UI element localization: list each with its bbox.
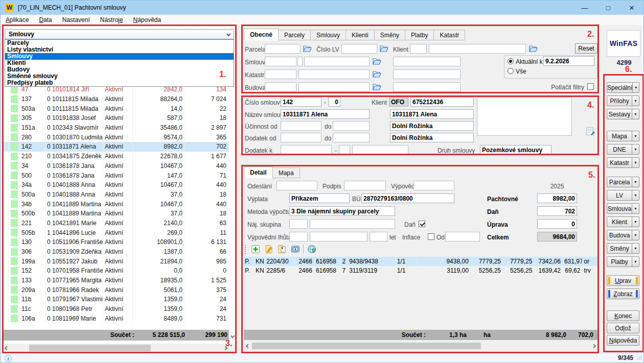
vse-radio[interactable] (508, 68, 514, 74)
sidebar-dropdown-button[interactable]: Smlouva ▼ (607, 203, 639, 214)
filter-tab[interactable]: Směny (374, 30, 405, 40)
dodatek-k-name-input[interactable] (352, 145, 408, 155)
chevron-down-icon[interactable]: ▼ (632, 257, 639, 267)
edit-note-icon[interactable] (586, 127, 595, 138)
smlouva-filter-input[interactable] (265, 57, 296, 66)
misto-input-1[interactable]: Dolní Rožínka (390, 121, 474, 131)
filter-tab[interactable]: Platby (405, 30, 434, 40)
chevron-down-icon[interactable]: ▼ (632, 144, 639, 154)
table-row[interactable]: 503a 0 10111815 Milada Aktivní 14,0 22 (3, 104, 229, 113)
table-row[interactable]: 137 0 10111815 Milada Aktivní 88264,0 7 … (3, 94, 229, 104)
misto-input-2[interactable]: Dolní Rožínka (390, 133, 474, 142)
dodatek-k-input[interactable] (281, 145, 332, 155)
minimize-button[interactable]: — (573, 1, 596, 15)
table-row[interactable]: 11b 0 10791967 Vlastimil Aktivní 1359,0 … (3, 295, 229, 304)
sidebar-dropdown-button[interactable]: Mapa ▼ (607, 131, 639, 141)
chevron-down-icon[interactable]: ▼ (632, 158, 639, 167)
dropdown-option[interactable]: Budovy (5, 66, 234, 73)
konec-button[interactable]: Konec (607, 310, 639, 321)
vyplata-input[interactable]: Příkazem (289, 193, 350, 203)
parcel-row[interactable]: P.KN 2285/62466 6169587 3119/31191/1 311… (244, 266, 597, 275)
open-folder-icon[interactable] (529, 45, 538, 53)
view-parcel-icon[interactable] (290, 244, 301, 254)
klient-ico-input[interactable]: 675212436 (410, 97, 474, 107)
open-folder-icon[interactable] (373, 58, 381, 65)
vypovedni-lhuta-name-input[interactable] (310, 232, 367, 241)
klient-jmeno-input[interactable]: 10311871 Alena (390, 109, 474, 119)
chevron-down-icon[interactable]: ▼ (632, 190, 639, 200)
cislo-lv-filter-input[interactable] (341, 44, 377, 54)
dropdown-option[interactable]: Listy vlastnictví (5, 46, 234, 53)
ucinnost-od-input[interactable] (281, 121, 321, 131)
smlouva-extra-filter-input[interactable] (393, 57, 461, 66)
sidebar-dropdown-button[interactable]: DNE ▼ (607, 144, 639, 155)
parcela-filter-input[interactable] (265, 44, 301, 54)
vypoved-input[interactable] (413, 181, 454, 190)
budova-extra-filter-input[interactable] (393, 82, 461, 92)
klient-filter-input[interactable] (429, 44, 526, 54)
menu-napoveda[interactable]: Nápověda (128, 15, 166, 25)
table-row[interactable]: 500a 0 10401888 Anna Aktivní 37,0 18 (3, 190, 229, 200)
filter-tab[interactable]: Klienti (346, 30, 375, 40)
sidebar-dropdown-button[interactable]: Budova ▼ (607, 230, 639, 240)
dropdown-option[interactable]: Předpisy plateb (5, 80, 234, 86)
katastr-name-filter-input[interactable] (298, 69, 370, 79)
chevron-down-icon[interactable]: ▼ (632, 217, 639, 227)
table-row[interactable]: 34 0 10361878 Jana Aktivní 10467,0 440 (3, 161, 229, 171)
poradi-input[interactable]: 0 (328, 97, 340, 107)
podpis-input[interactable] (344, 181, 386, 190)
add-parcel-icon[interactable] (250, 244, 261, 254)
table-row[interactable]: 11c 0 10801968 Petr Aktivní 1359,0 24 (3, 304, 229, 314)
aktualni-k-radio[interactable] (508, 58, 514, 64)
parcel-row[interactable]: P.KN 2204/302466 6169582 9438/94381/1 94… (244, 257, 597, 266)
menu-aplikace[interactable]: Aplikace (1, 15, 34, 25)
toolbar-drag-handle[interactable] (245, 245, 247, 254)
budova-filter-input[interactable] (265, 82, 296, 92)
detail-tab[interactable]: Detail (244, 166, 273, 178)
inflace-od-input[interactable] (445, 232, 480, 241)
table-row[interactable]: 130 0 10511906 František Aktivní 108901,… (3, 237, 229, 247)
inflace-checkbox[interactable] (428, 233, 434, 240)
table-row[interactable]: 500b 0 10411889 Martina Aktivní 37,0 18 (3, 209, 229, 219)
smlouva-name-filter-input[interactable] (304, 57, 370, 66)
table-row[interactable]: 199a 0 10551927 Jakub Aktivní 21894,0 98… (3, 256, 229, 266)
table-row[interactable]: 142 0 10311871 Alena Aktivní 8982,0 702 (3, 142, 229, 152)
filter-tab[interactable]: Smlouvy (310, 30, 346, 40)
filter-tab[interactable]: Katastr (433, 30, 465, 40)
sidebar-dropdown-button[interactable]: Speciální ▼ (607, 82, 639, 93)
smlouva-sub-filter-input[interactable] (297, 57, 303, 66)
map-globe-icon[interactable] (306, 244, 317, 254)
browser-horizontal-scrollbar[interactable] (3, 344, 235, 352)
bu-input[interactable]: 2870279163/0800 (361, 193, 454, 203)
reset-button[interactable]: Reset (575, 43, 597, 54)
cislo-smlouvy-input[interactable]: 142 (281, 97, 321, 107)
sidebar-dropdown-button[interactable]: LV ▼ (607, 190, 639, 201)
table-row[interactable]: 280 0 10301870 Ludmila Aktivní 9574,0 36… (3, 132, 229, 142)
katastr-extra-filter-input[interactable] (393, 69, 461, 79)
dodatek-od-input[interactable] (281, 133, 321, 142)
druh-smlouvy-input[interactable]: Pozemkové smlouvy (480, 145, 551, 155)
sidebar-dropdown-button[interactable]: Přílohy ▼ (607, 95, 639, 106)
dodatek-k-sub-input[interactable] (339, 145, 350, 155)
dodatek-do-input[interactable] (333, 133, 370, 142)
dropdown-option[interactable]: Směnné smlouvy (5, 73, 234, 80)
scroll-left-arrow[interactable] (3, 344, 10, 352)
resize-grip[interactable] (636, 353, 642, 362)
info-icon[interactable]: i (5, 355, 12, 362)
table-row[interactable]: 221 0 10421891 Marie Aktivní 2140,0 63 (3, 219, 229, 228)
chevron-down-icon[interactable]: ▼ (632, 230, 639, 240)
table-row[interactable]: 306 0 10531909 Zdeňka Aktivní 1387,0 66 (3, 247, 229, 257)
table-row[interactable]: 505b 1 10441896 Lucie Aktivní 269,0 11 (3, 228, 229, 237)
napoveda-button[interactable]: Nápověda (607, 335, 639, 346)
ucinnost-do-input[interactable] (333, 121, 370, 131)
open-folder-icon[interactable] (373, 83, 381, 91)
table-row[interactable]: 152 0 10701958 František Aktivní 0,0 0 (3, 266, 229, 276)
scroll-right-arrow[interactable] (590, 342, 597, 350)
table-row[interactable]: 305 0 10191838 Josef Aktivní 587,0 18 (3, 113, 229, 123)
sidebar-dropdown-button[interactable]: Klient ▼ (607, 216, 639, 227)
open-folder-icon[interactable] (373, 70, 381, 78)
table-row[interactable]: 106a 0 10811969 Marie Aktivní 8489,0 731 (3, 314, 229, 324)
budova-name-filter-input[interactable] (298, 82, 370, 92)
scroll-right-arrow[interactable] (221, 344, 229, 352)
katastr-filter-input[interactable] (265, 69, 296, 79)
